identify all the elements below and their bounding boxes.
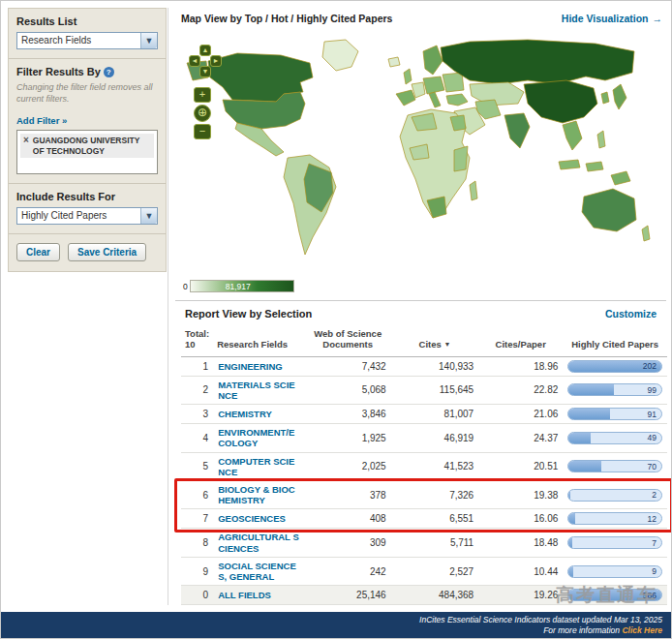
add-filter-link[interactable]: Add Filter »	[16, 115, 67, 126]
help-icon[interactable]: ?	[104, 67, 114, 77]
row-rank: 4	[181, 424, 213, 452]
row-documents: 242	[305, 557, 391, 585]
legend-max-label: 81,917	[226, 282, 251, 291]
row-documents: 1,925	[305, 424, 391, 452]
research-field-link[interactable]: MATERIALS SCIENCE	[218, 380, 300, 401]
row-rank: 6	[181, 481, 213, 509]
column-header-cites[interactable]: Cites ▼	[391, 324, 479, 356]
research-field-link[interactable]: SOCIAL SCIENCES, GENERAL	[218, 561, 300, 582]
filter-title: Filter Results By?	[16, 66, 158, 77]
sort-desc-icon: ▼	[443, 341, 450, 348]
row-cites: 41,523	[391, 452, 479, 480]
highly-cited-bar-fill	[568, 537, 572, 548]
row-cites-per-paper: 19.38	[478, 481, 563, 509]
chevron-down-icon[interactable]: ▼	[140, 33, 157, 48]
row-cites-per-paper: 16.06	[478, 509, 563, 529]
results-list-dropdown-value: Research Fields	[17, 33, 140, 48]
row-rank: 9	[181, 557, 213, 585]
column-header-documents[interactable]: Web of Science Documents	[305, 324, 391, 356]
click-here-link[interactable]: Click Here	[622, 625, 662, 635]
row-cites: 81,007	[391, 405, 479, 424]
map-header: Map View by Top / Hot / Highly Cited Pap…	[175, 8, 666, 27]
row-cites: 2,527	[391, 557, 479, 585]
pan-up-icon[interactable]: ▲	[199, 45, 211, 56]
highly-cited-bar-fill	[568, 566, 573, 577]
clear-button[interactable]: Clear	[16, 243, 60, 261]
customize-link[interactable]: Customize	[605, 308, 657, 320]
world-map[interactable]	[179, 31, 663, 269]
map-legend: 0 81,917	[183, 280, 294, 292]
row-cites-per-paper: 19.26	[478, 586, 563, 605]
highly-cited-count: 91	[648, 410, 657, 419]
pan-left-icon[interactable]: ◄	[189, 55, 200, 67]
highly-cited-bar: 12	[567, 512, 662, 525]
row-documents: 25,146	[305, 586, 391, 605]
column-header-cites-per-paper[interactable]: Cites/Paper	[478, 324, 563, 356]
include-dropdown-value: Highly Cited Papers	[17, 208, 140, 224]
highly-cited-count: 49	[648, 433, 657, 442]
filter-chip[interactable]: × GUANGDONG UNIVERSITY OF TECHNOLOGY	[20, 134, 154, 157]
highly-cited-bar: 7	[567, 536, 662, 549]
row-cites-per-paper: 18.96	[478, 356, 563, 376]
hide-visualization-link[interactable]: Hide Visualization→	[562, 13, 662, 24]
research-field-link[interactable]: GEOSCIENCES	[218, 513, 300, 524]
row-rank: 0	[181, 586, 213, 605]
row-documents: 3,846	[305, 405, 391, 424]
row-rank: 7	[181, 509, 213, 529]
highly-cited-count: 7	[652, 538, 657, 548]
research-field-link[interactable]: COMPUTER SCIENCE	[218, 456, 300, 477]
highly-cited-bar-fill	[568, 433, 591, 443]
row-cites-per-paper: 24.37	[478, 424, 563, 452]
highly-cited-bar: 99	[567, 383, 662, 396]
research-field-link[interactable]: CHEMISTRY	[218, 409, 300, 419]
research-field-link[interactable]: ALL FIELDS	[218, 590, 300, 600]
research-field-link[interactable]: AGRICULTURAL SCIENCES	[218, 532, 300, 553]
table-row: 9 SOCIAL SCIENCES, GENERAL 242 2,527 10.…	[181, 557, 667, 585]
row-documents: 5,068	[305, 376, 391, 404]
legend-min-label: 0	[183, 282, 188, 291]
research-field-link[interactable]: ENGINEERING	[218, 361, 300, 372]
main-panel: Map View by Top / Hot / Highly Cited Pap…	[168, 8, 666, 605]
include-dropdown[interactable]: Highly Cited Papers ▼	[16, 207, 158, 225]
chevron-down-icon[interactable]: ▼	[140, 208, 157, 224]
highly-cited-count: 9	[652, 566, 657, 576]
highly-cited-bar-fill	[568, 409, 610, 419]
row-rank: 5	[181, 452, 213, 480]
esi-page: Results List Research Fields ▼ Filter Re…	[0, 0, 672, 639]
report-table-body: 1 ENGINEERING 7,432 140,933 18.96 202 2 …	[181, 356, 667, 604]
highly-cited-bar: 49	[567, 432, 662, 444]
globe-icon[interactable]: ⊕	[194, 105, 211, 122]
zoom-in-button[interactable]: +	[194, 87, 211, 103]
table-row: 8 AGRICULTURAL SCIENCES 309 5,711 18.48 …	[181, 529, 667, 557]
table-row: 3 CHEMISTRY 3,846 81,007 21.06 91	[181, 405, 667, 424]
table-row: 1 ENGINEERING 7,432 140,933 18.96 202	[181, 356, 667, 376]
zoom-out-button[interactable]: −	[194, 124, 211, 139]
results-list-dropdown[interactable]: Research Fields ▼	[16, 32, 158, 49]
row-cites-per-paper: 18.48	[478, 529, 563, 557]
column-header-research-fields[interactable]: Research Fields	[213, 324, 305, 356]
include-section: Include Results For Highly Cited Papers …	[9, 184, 166, 234]
highly-cited-count: 2	[652, 490, 657, 500]
highly-cited-bar-fill	[568, 384, 614, 395]
map-title: Map View by Top / Hot / Highly Cited Pap…	[181, 13, 392, 24]
highly-cited-bar-fill	[568, 461, 601, 472]
research-field-link[interactable]: BIOLOGY & BIOCHEMISTRY	[218, 484, 300, 505]
highly-cited-count: 12	[648, 514, 657, 524]
highly-cited-bar: 9	[567, 565, 662, 578]
save-criteria-button[interactable]: Save Criteria	[68, 243, 146, 261]
sidebar: Results List Research Fields ▼ Filter Re…	[8, 8, 167, 272]
highly-cited-bar-fill	[568, 490, 570, 501]
report-table: Total: 10 Research Fields Web of Science…	[181, 324, 667, 605]
watermark: 高考直通车	[556, 583, 657, 608]
row-cites: 6,551	[391, 509, 479, 529]
column-header-highly-cited[interactable]: Highly Cited Papers	[563, 324, 667, 356]
row-rank: 3	[181, 405, 213, 424]
map-pan-control: ▲ ▼ ◄ ►	[189, 45, 222, 77]
row-cites: 484,368	[391, 586, 479, 605]
row-rank: 2	[181, 376, 213, 404]
pan-down-icon[interactable]: ▼	[199, 66, 211, 77]
pan-right-icon[interactable]: ►	[210, 55, 222, 67]
table-row: 2 MATERIALS SCIENCE 5,068 115,645 22.82 …	[181, 376, 667, 404]
research-field-link[interactable]: ENVIRONMENT/ECOLOGY	[218, 427, 300, 448]
remove-filter-icon[interactable]: ×	[23, 136, 29, 145]
